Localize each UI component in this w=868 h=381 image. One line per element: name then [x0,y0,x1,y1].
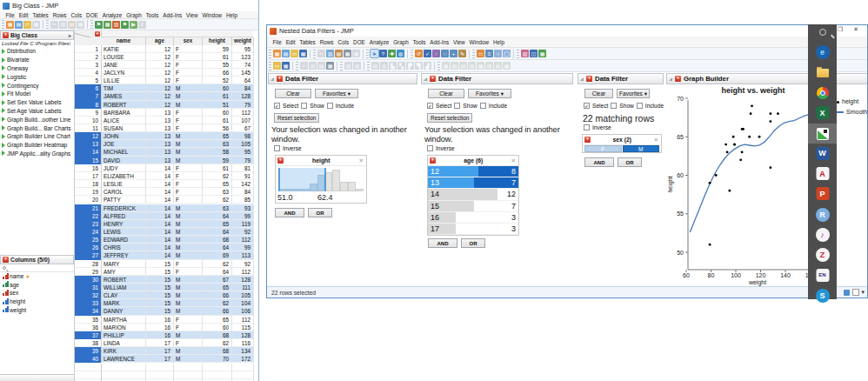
age-filter-row[interactable]: 163 [428,212,518,224]
column-header-sex[interactable]: sex [174,37,203,45]
toolbar-icon[interactable]: ➤ [371,50,378,57]
histogram-bar[interactable] [332,170,340,191]
toolbar-icon[interactable]: ▦ [538,50,546,57]
red-triangle-menu-icon[interactable]: ▼ [430,76,436,82]
histogram-bar[interactable] [348,182,356,191]
table-row[interactable]: 35MARTHA16F65112 [75,316,253,324]
or-button[interactable]: OR [618,157,642,167]
columns-menu-icon[interactable]: ▼ [95,31,100,37]
sidebar-script-item[interactable]: Oneway [0,64,74,73]
toolbar-icon[interactable]: ▧ [485,62,493,70]
close-filter-icon[interactable]: ✕ [511,157,517,164]
include-checkbox[interactable] [480,103,486,109]
collapse-icon[interactable] [669,77,672,81]
toolbar-icon[interactable]: ▦ [477,62,484,70]
toolbar-icon[interactable]: ▭ [273,62,281,70]
status-dropdown-icon[interactable]: ▾ [862,289,865,296]
menu-window[interactable]: Window [200,11,224,19]
table-row[interactable]: 31WILLIAM15M65111 [75,284,253,291]
favorites-button[interactable]: Favorites ▾ [315,89,358,98]
toolbar-icon[interactable]: ▦ [352,50,360,57]
toolbar-icon[interactable]: + [450,50,457,57]
toolbar-icon[interactable]: ▥ [59,21,67,29]
menu-help[interactable]: Help [224,11,240,19]
sex-option-F[interactable]: F [584,145,622,152]
data-point[interactable] [742,128,744,130]
age-filter-row[interactable]: 173 [428,224,518,235]
data-point[interactable] [741,151,744,154]
menu-rows[interactable]: Rows [317,38,336,46]
reset-selection-button[interactable]: Reset selection [427,113,472,123]
file-explorer-icon[interactable] [816,66,830,80]
toolbar-icon[interactable]: ⚑ [121,21,129,29]
table-row[interactable]: 11SUSAN13F5667 [75,124,253,132]
toolbar-icon[interactable]: ▥ [521,50,529,57]
red-triangle-menu-icon[interactable]: ▼ [430,157,436,164]
toolbar-icon[interactable]: ▥ [326,50,334,57]
data-point[interactable] [724,144,727,146]
toolbar-icon[interactable]: ≡ [485,50,493,57]
search-icon[interactable] [816,25,830,39]
menu-graph[interactable]: Graph [391,38,411,46]
toolbar-icon[interactable]: ▨ [353,62,361,70]
endnote-icon[interactable]: EN [816,269,829,282]
data-point[interactable] [732,136,735,138]
toolbar-icon[interactable]: ◯ [503,50,511,57]
data-point[interactable] [758,136,761,138]
and-button[interactable]: AND [275,208,304,217]
table-row[interactable]: 17ELIZABETH14F6291 [75,172,253,180]
red-triangle-menu-icon[interactable]: ▼ [675,76,681,82]
toolbar-icon[interactable]: ◍ [397,50,404,57]
column-header-age[interactable]: age [146,37,174,45]
column-header-name[interactable]: name [102,37,146,45]
menu-tables[interactable]: Tables [30,11,50,19]
menu-edit[interactable]: Edit [17,11,30,19]
toolbar-icon[interactable]: ▤ [494,62,502,70]
and-button[interactable]: AND [428,238,457,248]
status-checkbox[interactable] [852,289,859,296]
data-point[interactable] [770,112,772,115]
table-row[interactable]: 25EDWARD14M68112 [75,236,253,244]
clear-button[interactable]: Clear [428,89,464,98]
red-triangle-menu-icon[interactable]: ▼ [3,257,9,263]
or-button[interactable]: OR [308,208,332,217]
toolbar-icon[interactable]: ✎ [458,50,466,57]
toolbar-icon[interactable]: ✓ [424,50,431,57]
data-point[interactable] [739,158,742,161]
table-row[interactable]: 7JAMES12M61128 [75,92,253,100]
toolbar-icon[interactable]: ◌ [441,50,449,57]
column-header-weight[interactable]: weight [232,37,254,45]
maximize-button[interactable]: ❐ [838,26,843,33]
table-row[interactable]: 27JEFFREY14M69113 [75,251,253,259]
toolbar-icon[interactable]: ▤ [15,21,23,29]
toolbar-icon[interactable]: ▥ [380,62,388,70]
data-point[interactable] [733,144,736,146]
toolbar-icon[interactable]: ▥ [309,62,317,70]
toolbar-icon[interactable]: ▤ [371,62,379,70]
menu-edit[interactable]: Edit [284,38,297,46]
clear-button[interactable]: Clear [584,89,613,98]
table-row[interactable]: 5LILLIE12F5264 [75,77,253,84]
toolbar-icon[interactable]: ✂ [317,50,325,57]
toolbar-icon[interactable]: ○ [494,50,502,57]
collapse-icon[interactable] [270,77,274,81]
rstudio-icon[interactable]: R [816,208,830,222]
table-row[interactable]: 36MARION16F60115 [75,324,253,331]
toolbar-icon[interactable]: ⚑ [95,21,103,29]
toolbar-icon[interactable]: ▥ [468,62,476,70]
toolbar-icon[interactable]: ▦ [32,21,40,29]
menu-doe[interactable]: DOE [84,11,101,19]
jmp-icon[interactable] [816,127,830,141]
table-row[interactable]: 1KATIE12F5995 [75,45,253,53]
table-row[interactable]: 32CLAY15M66105 [75,291,253,299]
menu-window[interactable]: Window [467,38,491,46]
sidebar-script-item[interactable]: Graph Build... Bar Charts [0,124,74,132]
inverse-checkbox[interactable] [427,145,433,151]
data-point[interactable] [709,244,711,246]
table-row[interactable]: 22ALFRED14M6499 [75,212,253,220]
close-filter-icon[interactable]: ✕ [654,137,659,144]
sidebar-script-item[interactable]: Bivariate [0,56,74,64]
red-triangle-menu-icon[interactable]: ▼ [277,76,283,82]
data-point[interactable] [750,112,752,115]
toolbar-icon[interactable]: ◫ [530,50,537,57]
